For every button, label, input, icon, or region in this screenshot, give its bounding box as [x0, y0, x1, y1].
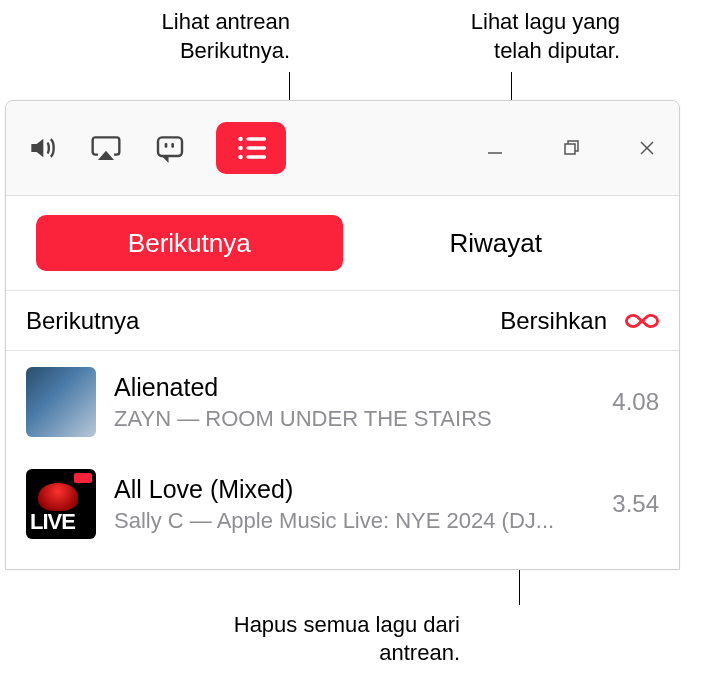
- album-art: [26, 367, 96, 437]
- svg-point-1: [238, 137, 243, 142]
- svg-rect-0: [158, 137, 182, 156]
- section-title: Berikutnya: [26, 307, 139, 335]
- music-mini-player-window: Berikutnya Riwayat Berikutnya Bersihkan …: [5, 100, 680, 570]
- track-row[interactable]: Alienated ZAYN — ROOM UNDER THE STAIRS 4…: [6, 351, 679, 453]
- toolbar: [6, 101, 679, 196]
- annotation-next-queue: Lihat antrean Berikutnya.: [90, 8, 290, 65]
- annotation-clear-queue: Hapus semua lagu dari antrean.: [200, 611, 460, 668]
- volume-icon[interactable]: [24, 130, 60, 166]
- track-title: All Love (Mixed): [114, 475, 594, 504]
- track-artist: Sally C — Apple Music Live: NYE 2024 (DJ…: [114, 508, 594, 534]
- minimize-button[interactable]: [481, 134, 509, 162]
- track-artist: ZAYN — ROOM UNDER THE STAIRS: [114, 406, 594, 432]
- svg-rect-8: [565, 144, 575, 154]
- track-duration: 4.08: [612, 388, 659, 416]
- svg-point-3: [238, 155, 243, 160]
- track-row[interactable]: LIVE All Love (Mixed) Sally C — Apple Mu…: [6, 453, 679, 555]
- maximize-button[interactable]: [557, 134, 585, 162]
- close-button[interactable]: [633, 134, 661, 162]
- queue-tabs: Berikutnya Riwayat: [6, 196, 679, 291]
- track-list: Alienated ZAYN — ROOM UNDER THE STAIRS 4…: [6, 351, 679, 555]
- track-title: Alienated: [114, 373, 594, 402]
- tab-history[interactable]: Riwayat: [343, 215, 650, 271]
- track-info: All Love (Mixed) Sally C — Apple Music L…: [114, 475, 594, 534]
- annotation-history: Lihat lagu yang telah diputar.: [420, 8, 620, 65]
- lyrics-icon[interactable]: [152, 130, 188, 166]
- airplay-icon[interactable]: [88, 130, 124, 166]
- autoplay-infinity-icon[interactable]: [625, 304, 659, 338]
- clear-queue-button[interactable]: Bersihkan: [500, 307, 607, 335]
- track-info: Alienated ZAYN — ROOM UNDER THE STAIRS: [114, 373, 594, 432]
- track-duration: 3.54: [612, 490, 659, 518]
- queue-button[interactable]: [216, 122, 286, 174]
- queue-section-header: Berikutnya Bersihkan: [6, 291, 679, 351]
- svg-point-2: [238, 146, 243, 151]
- tab-next[interactable]: Berikutnya: [36, 215, 343, 271]
- album-art: LIVE: [26, 469, 96, 539]
